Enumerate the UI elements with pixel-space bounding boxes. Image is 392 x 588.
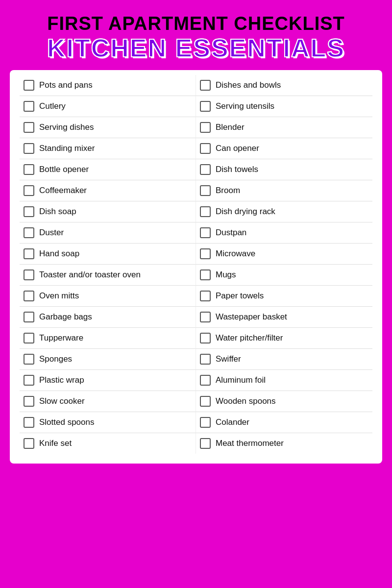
item-label: Slow cooker [39,396,85,406]
item-label: Duster [39,228,64,238]
list-item: Wooden spoons [196,391,372,412]
item-label: Toaster and/or toaster oven [39,270,141,280]
list-item: Can opener [196,138,372,159]
list-item: Slotted spoons [20,412,196,433]
checkbox[interactable] [24,438,34,449]
item-label: Coffeemaker [39,186,87,196]
item-label: Serving dishes [39,122,94,132]
list-item: Wastepaper basket [196,307,372,328]
item-label: Serving utensils [216,101,274,111]
list-item: Swiffer [196,349,372,370]
checkbox[interactable] [200,143,211,154]
list-item: Dishes and bowls [196,75,372,96]
list-item: Meat thermometer [196,433,372,454]
checkbox[interactable] [24,101,34,112]
checkbox[interactable] [200,333,211,343]
item-label: Dish towels [216,165,258,174]
item-label: Dish drying rack [216,207,275,217]
list-item: Garbage bags [20,307,196,328]
checkbox[interactable] [200,227,211,238]
checkbox[interactable] [24,206,34,217]
item-label: Dish soap [39,207,76,217]
list-item: Broom [196,180,372,201]
checkbox[interactable] [200,206,211,217]
title-bottom: KITCHEN ESSENTIALS [10,34,382,62]
title-top: FIRST APARTMENT CHECKLIST [10,14,382,34]
item-label: Oven mitts [39,291,79,301]
list-item: Paper towels [196,286,372,307]
checkbox[interactable] [24,185,34,196]
list-item: Pots and pans [20,75,196,96]
item-label: Cutlery [39,101,66,111]
checkbox[interactable] [24,270,34,280]
list-item: Mugs [196,265,372,286]
list-item: Toaster and/or toaster oven [20,265,196,286]
list-item: Sponges [20,349,196,370]
item-label: Standing mixer [39,144,95,153]
checkbox[interactable] [200,101,211,112]
checkbox[interactable] [200,354,211,365]
checklist-card: Pots and pansDishes and bowlsCutleryServ… [10,70,382,464]
item-label: Sponges [39,354,72,364]
list-item: Serving dishes [20,117,196,138]
checkbox[interactable] [200,396,211,407]
checkbox[interactable] [200,375,211,386]
checkbox[interactable] [24,227,34,238]
checkbox[interactable] [200,248,211,259]
list-item: Standing mixer [20,138,196,159]
item-label: Aluminum foil [216,375,266,385]
list-item: Aluminum foil [196,370,372,391]
checkbox[interactable] [24,333,34,343]
list-item: Dish drying rack [196,201,372,222]
item-label: Garbage bags [39,312,92,322]
item-label: Hand soap [39,249,79,259]
item-label: Slotted spoons [39,417,94,427]
list-item: Slow cooker [20,391,196,412]
list-item: Tupperware [20,328,196,349]
checkbox[interactable] [200,185,211,196]
item-label: Wastepaper basket [216,312,287,322]
item-label: Bottle opener [39,165,89,174]
checkbox[interactable] [24,122,34,133]
list-item: Duster [20,222,196,244]
checkbox[interactable] [24,312,34,322]
item-label: Paper towels [216,291,264,301]
checkbox[interactable] [200,270,211,280]
item-label: Knife set [39,439,72,448]
checkbox[interactable] [24,143,34,154]
item-label: Wooden spoons [216,396,276,406]
checkbox[interactable] [24,375,34,386]
checkbox[interactable] [24,80,34,91]
item-label: Dishes and bowls [216,80,281,90]
item-label: Water pitcher/filter [216,333,283,343]
list-item: Plastic wrap [20,370,196,391]
checkbox[interactable] [200,417,211,428]
list-item: Blender [196,117,372,138]
checkbox[interactable] [200,80,211,91]
list-item: Dustpan [196,222,372,244]
checkbox[interactable] [24,396,34,407]
checkbox[interactable] [24,248,34,259]
checkbox[interactable] [200,312,211,322]
item-label: Blender [216,122,245,132]
list-item: Knife set [20,433,196,454]
list-item: Oven mitts [20,286,196,307]
page-wrapper: FIRST APARTMENT CHECKLIST KITCHEN ESSENT… [10,9,382,464]
checkbox[interactable] [24,291,34,301]
checkbox[interactable] [200,438,211,449]
header: FIRST APARTMENT CHECKLIST KITCHEN ESSENT… [10,9,382,66]
checkbox[interactable] [24,417,34,428]
list-item: Water pitcher/filter [196,328,372,349]
item-label: Meat thermometer [216,439,284,448]
checkbox[interactable] [200,122,211,133]
list-item: Serving utensils [196,96,372,117]
checkbox[interactable] [200,291,211,301]
item-label: Broom [216,186,240,196]
item-label: Microwave [216,249,255,259]
checkbox[interactable] [24,164,34,175]
item-label: Plastic wrap [39,375,84,385]
list-item: Cutlery [20,96,196,117]
checkbox[interactable] [24,354,34,365]
checkbox[interactable] [200,164,211,175]
list-item: Coffeemaker [20,180,196,201]
